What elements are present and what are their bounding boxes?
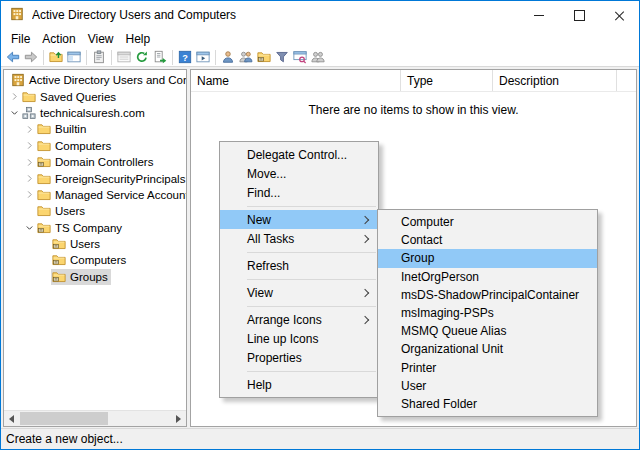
context-menu-item-refresh[interactable]: Refresh — [220, 256, 378, 275]
toolbar-separator — [111, 50, 112, 65]
tree-item-users[interactable]: Users — [4, 203, 186, 219]
console-tree-icon[interactable] — [66, 49, 82, 65]
scroll-right-button[interactable] — [171, 411, 186, 426]
submenu-item-msmq-queue-alias[interactable]: MSMQ Queue Alias — [378, 322, 597, 340]
submenu-item-inetorgperson[interactable]: InetOrgPerson — [378, 268, 597, 286]
statusbar: Create a new object... — [1, 428, 639, 449]
tree-item-computers[interactable]: Computers — [4, 252, 186, 268]
expander-collapsed-icon[interactable] — [22, 122, 36, 136]
menubar-item-view[interactable]: View — [82, 31, 120, 47]
forward-icon[interactable] — [23, 49, 39, 65]
submenu-item-computer[interactable]: Computer — [378, 213, 597, 231]
tree-item-domain-controllers[interactable]: Domain Controllers — [4, 154, 186, 170]
menubar-item-help[interactable]: Help — [120, 31, 157, 47]
refresh-icon[interactable] — [134, 49, 150, 65]
tree-node-foreignsecurityprincipals[interactable]: ForeignSecurityPrincipals — [36, 171, 187, 187]
tree-item-foreignsecurityprincipals[interactable]: ForeignSecurityPrincipals — [4, 170, 186, 186]
new-user-icon[interactable] — [220, 49, 236, 65]
submenu-item-user[interactable]: User — [378, 377, 597, 395]
menu-item-label: Refresh — [247, 259, 289, 273]
tree-node-groups[interactable]: Groups — [51, 269, 111, 285]
context-menu-item-delegate-control[interactable]: Delegate Control... — [220, 145, 378, 164]
new-ou-icon[interactable] — [256, 49, 272, 65]
minimize-button[interactable] — [519, 1, 559, 29]
clipboard-icon[interactable] — [91, 49, 107, 65]
context-menu-item-help[interactable]: Help — [220, 375, 378, 394]
context-menu-item-find[interactable]: Find... — [220, 183, 378, 202]
help-icon[interactable]: ? — [177, 49, 193, 65]
back-icon[interactable] — [5, 49, 21, 65]
submenu-item-printer[interactable]: Printer — [378, 359, 597, 377]
submenu-arrow-icon — [361, 215, 369, 223]
expander-collapsed-icon[interactable] — [22, 172, 36, 186]
submenu-item-organizational-unit[interactable]: Organizational Unit — [378, 340, 597, 358]
context-menu-item-line-up-icons[interactable]: Line up Icons — [220, 329, 378, 348]
tree-node-users[interactable]: Users — [36, 203, 88, 219]
tree-node-domain-controllers[interactable]: Domain Controllers — [36, 154, 156, 170]
filter-icon[interactable] — [274, 49, 290, 65]
scrollbar-thumb[interactable] — [20, 412, 108, 425]
submenu-item-group[interactable]: Group — [378, 249, 597, 267]
context-menu-item-all-tasks[interactable]: All Tasks — [220, 229, 378, 248]
context-menu-item-arrange-icons[interactable]: Arrange Icons — [220, 310, 378, 329]
tree-node-builtin[interactable]: Builtin — [36, 121, 89, 137]
submenu-item-shared-folder[interactable]: Shared Folder — [378, 395, 597, 413]
tree-node-ts-company[interactable]: TS Company — [36, 220, 125, 236]
menubar-item-file[interactable]: File — [5, 31, 36, 47]
tree-item-active-directory-users-and-computers[interactable]: Active Directory Users and Computers — [4, 72, 186, 88]
find-icon[interactable] — [292, 49, 308, 65]
column-header-description[interactable]: Description — [493, 70, 617, 91]
column-header-type[interactable]: Type — [401, 70, 493, 91]
tree-label: Managed Service Accounts — [55, 189, 187, 201]
ou-icon — [52, 270, 66, 284]
tree-item-managed-service-accounts[interactable]: Managed Service Accounts — [4, 187, 186, 203]
tree-horizontal-scrollbar[interactable] — [4, 410, 186, 426]
tree-node-computers[interactable]: Computers — [36, 138, 114, 154]
submenu-item-msds-shadowprincipalcontainer[interactable]: msDS-ShadowPrincipalContainer — [378, 286, 597, 304]
column-header-name[interactable]: Name — [191, 70, 401, 91]
close-button[interactable] — [599, 1, 639, 29]
tree-node-users[interactable]: Users — [51, 236, 103, 252]
context-menu-item-view[interactable]: View — [220, 283, 378, 302]
special-group-icon[interactable] — [310, 49, 326, 65]
expander-collapsed-icon[interactable] — [7, 90, 21, 104]
maximize-button[interactable] — [559, 1, 599, 29]
tree-item-technicalsuresh-com[interactable]: technicalsuresh.com — [4, 105, 186, 121]
tree-node-technicalsuresh-com[interactable]: technicalsuresh.com — [21, 105, 148, 121]
new-group-icon[interactable] — [238, 49, 254, 65]
submenu-arrow-icon — [361, 288, 369, 296]
tree-node-active-directory-users-and-computers[interactable]: Active Directory Users and Computers — [10, 72, 187, 88]
tree-node-managed-service-accounts[interactable]: Managed Service Accounts — [36, 187, 187, 203]
submenu-arrow-icon — [361, 234, 369, 242]
tree-node-saved-queries[interactable]: Saved Queries — [21, 89, 119, 105]
toolbar-separator — [86, 50, 87, 65]
tree-item-builtin[interactable]: Builtin — [4, 121, 186, 137]
expander-collapsed-icon[interactable] — [22, 188, 36, 202]
export-list-icon[interactable] — [152, 49, 168, 65]
tree-item-groups[interactable]: Groups — [4, 269, 186, 285]
expander-collapsed-icon[interactable] — [22, 155, 36, 169]
scroll-left-button[interactable] — [4, 411, 19, 426]
submenu-item-msimaging-psps[interactable]: msImaging-PSPs — [378, 304, 597, 322]
tree-item-ts-company[interactable]: TS Company — [4, 220, 186, 236]
context-menu-item-move[interactable]: Move... — [220, 164, 378, 183]
root-icon — [11, 73, 25, 87]
tree-node-computers[interactable]: Computers — [51, 252, 129, 268]
toolbar: ? — [1, 48, 639, 67]
window-title: Active Directory Users and Computers — [32, 8, 519, 22]
context-menu-item-new[interactable]: New — [220, 210, 378, 229]
expander-collapsed-icon[interactable] — [22, 139, 36, 153]
expander-expanded-icon[interactable] — [22, 221, 36, 235]
list-window-icon[interactable] — [116, 49, 132, 65]
context-menu-item-properties[interactable]: Properties — [220, 348, 378, 367]
expander-expanded-icon[interactable] — [7, 106, 21, 120]
up-level-icon[interactable] — [48, 49, 64, 65]
new-window-icon[interactable] — [195, 49, 211, 65]
menubar-item-action[interactable]: Action — [36, 31, 81, 47]
app-icon — [10, 7, 26, 23]
tree-item-saved-queries[interactable]: Saved Queries — [4, 88, 186, 104]
scroll-right-icon — [176, 415, 181, 423]
tree-item-computers[interactable]: Computers — [4, 138, 186, 154]
tree-item-users[interactable]: Users — [4, 236, 186, 252]
submenu-item-contact[interactable]: Contact — [378, 231, 597, 249]
